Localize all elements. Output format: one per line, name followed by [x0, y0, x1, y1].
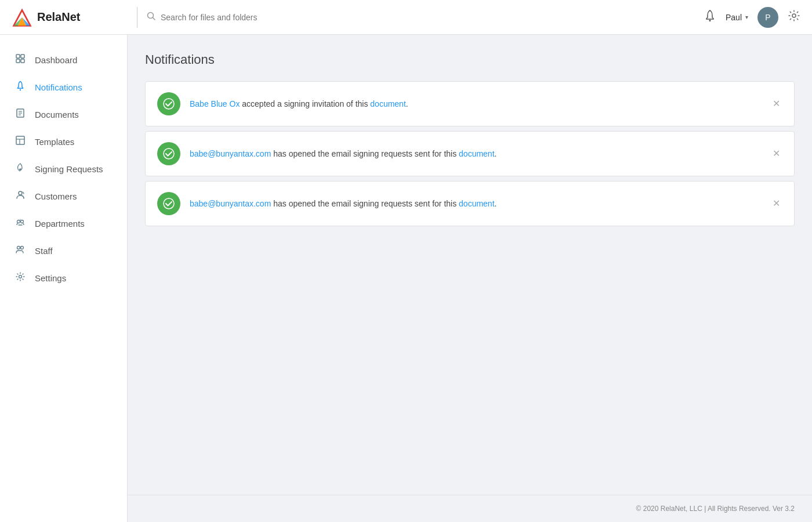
search-icon	[147, 12, 156, 23]
svg-point-30	[164, 198, 174, 209]
sidebar-item-signing-requests[interactable]: Signing Requests	[0, 155, 127, 183]
sidebar-item-templates[interactable]: Templates	[0, 128, 127, 155]
sender-link[interactable]: babe@bunyantax.com	[190, 149, 271, 158]
sidebar-item-departments[interactable]: Departments	[0, 210, 127, 237]
svg-point-22	[17, 220, 20, 223]
avatar: P	[757, 7, 778, 28]
sender-link[interactable]: Babe Blue Ox	[190, 99, 240, 108]
svg-point-26	[21, 246, 24, 249]
app-name: RelaNet	[37, 10, 80, 24]
sidebar-item-label: Documents	[35, 110, 79, 119]
sidebar-item-label: Staff	[35, 246, 53, 256]
svg-point-29	[164, 148, 174, 159]
svg-rect-11	[21, 59, 24, 63]
notification-text: Babe Blue Ox accepted a signing invitati…	[190, 99, 761, 108]
notification-success-icon	[157, 92, 180, 115]
svg-point-7	[792, 14, 796, 17]
sidebar-item-label: Signing Requests	[35, 164, 103, 174]
sidebar-item-documents[interactable]: Documents	[0, 101, 127, 128]
sidebar-item-staff[interactable]: Staff	[0, 237, 127, 264]
close-button[interactable]: ✕	[770, 97, 782, 111]
sidebar-item-label: Notifications	[35, 82, 82, 92]
svg-point-6	[709, 20, 710, 21]
svg-rect-17	[16, 136, 24, 144]
copyright-text: © 2020 RelaNet, LLC | All Rights Reserve…	[636, 505, 795, 513]
dashboard-icon	[14, 53, 27, 67]
bell-icon[interactable]	[704, 9, 716, 25]
sidebar-item-label: Departments	[35, 219, 85, 229]
fire-icon	[14, 162, 27, 176]
documents-icon	[14, 108, 27, 121]
footer: © 2020 RelaNet, LLC | All Rights Reserve…	[128, 495, 812, 522]
svg-point-12	[20, 89, 21, 90]
svg-point-28	[164, 99, 174, 109]
document-link[interactable]: document	[459, 149, 494, 158]
svg-rect-8	[16, 55, 20, 58]
sidebar-item-notifications[interactable]: Notifications	[0, 74, 127, 101]
notification-text: babe@bunyantax.com has opened the email …	[190, 149, 761, 158]
svg-point-23	[21, 220, 24, 223]
notification-success-icon	[157, 192, 180, 215]
settings-icon	[14, 271, 27, 285]
layout: Dashboard Notifications Documents	[0, 35, 812, 522]
svg-rect-9	[21, 55, 24, 58]
sidebar-item-label: Settings	[35, 273, 66, 283]
logo-area: RelaNet	[12, 7, 128, 28]
close-button[interactable]: ✕	[770, 197, 782, 211]
close-button[interactable]: ✕	[770, 147, 782, 161]
notification-card: Babe Blue Ox accepted a signing invitati…	[145, 81, 795, 126]
customers-icon	[14, 190, 27, 203]
notification-card: babe@bunyantax.com has opened the email …	[145, 131, 795, 176]
header-right: Paul ▾ P	[704, 7, 800, 28]
page-title: Notifications	[145, 52, 795, 67]
svg-point-20	[20, 169, 21, 170]
document-link[interactable]: document	[370, 99, 405, 108]
svg-point-21	[19, 191, 22, 195]
main-content: Notifications Babe Blue Ox accepted a si…	[128, 35, 812, 522]
logo-icon	[12, 7, 32, 28]
sidebar-item-label: Templates	[35, 137, 74, 147]
staff-icon	[14, 244, 27, 258]
sidebar-item-dashboard[interactable]: Dashboard	[0, 46, 127, 74]
notification-text: babe@bunyantax.com has opened the email …	[190, 199, 761, 208]
svg-rect-10	[16, 59, 20, 63]
sidebar: Dashboard Notifications Documents	[0, 35, 128, 522]
search-input[interactable]	[161, 13, 335, 22]
sidebar-item-customers[interactable]: Customers	[0, 183, 127, 210]
user-name: Paul	[726, 13, 742, 22]
sidebar-item-label: Dashboard	[35, 55, 77, 65]
header-divider	[137, 7, 137, 28]
svg-point-25	[17, 246, 20, 249]
document-link[interactable]: document	[459, 199, 494, 208]
notification-bell-icon	[14, 81, 27, 94]
gear-icon[interactable]	[788, 9, 800, 25]
sender-link[interactable]: babe@bunyantax.com	[190, 199, 271, 208]
svg-point-24	[20, 219, 21, 221]
notification-card: babe@bunyantax.com has opened the email …	[145, 181, 795, 226]
sidebar-item-settings[interactable]: Settings	[0, 264, 127, 292]
svg-line-5	[153, 17, 155, 20]
templates-icon	[14, 135, 27, 148]
sidebar-item-label: Customers	[35, 191, 77, 201]
header: RelaNet Paul ▾ P	[0, 0, 812, 35]
notification-success-icon	[157, 142, 180, 165]
chevron-down-icon: ▾	[745, 14, 748, 20]
departments-icon	[14, 217, 27, 230]
svg-point-27	[19, 276, 22, 278]
search-area	[147, 12, 704, 23]
user-area[interactable]: Paul ▾	[726, 13, 748, 22]
